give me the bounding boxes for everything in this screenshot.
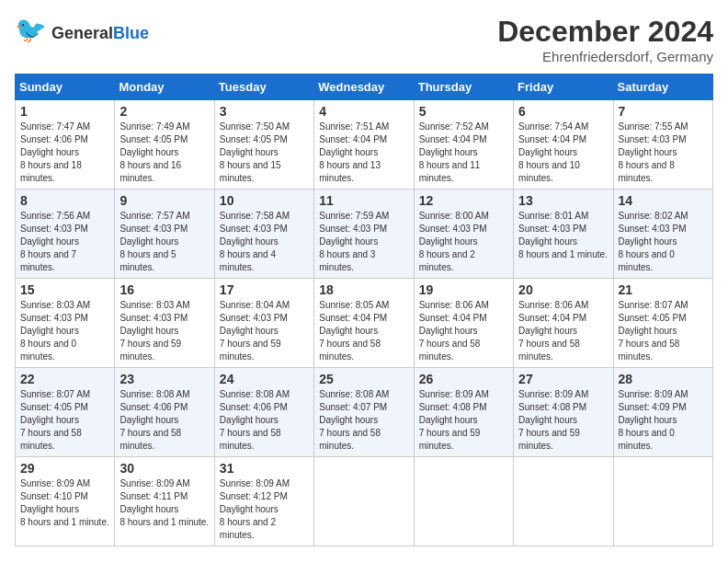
col-header-friday: Friday — [514, 75, 613, 100]
calendar-cell: 16 Sunrise: 8:03 AM Sunset: 4:03 PM Dayl… — [115, 279, 214, 368]
calendar-cell: 10 Sunrise: 7:58 AM Sunset: 4:03 PM Dayl… — [214, 190, 313, 279]
logo: 🐦 General Blue — [15, 15, 149, 52]
day-number: 16 — [119, 282, 209, 297]
logo-general: General — [51, 24, 113, 43]
week-row-3: 15 Sunrise: 8:03 AM Sunset: 4:03 PM Dayl… — [16, 279, 713, 368]
page-header: 🐦 General Blue December 2024 Ehrenfriede… — [15, 15, 713, 64]
day-number: 30 — [119, 461, 209, 476]
calendar-cell: 12 Sunrise: 8:00 AM Sunset: 4:03 PM Dayl… — [414, 190, 513, 279]
day-number: 14 — [619, 193, 708, 208]
day-number: 22 — [20, 372, 109, 386]
week-row-5: 29 Sunrise: 8:09 AM Sunset: 4:10 PM Dayl… — [16, 457, 713, 546]
day-info: Sunrise: 7:54 AM Sunset: 4:04 PM Dayligh… — [518, 121, 608, 185]
calendar-cell: 23 Sunrise: 8:08 AM Sunset: 4:06 PM Dayl… — [115, 368, 214, 457]
day-number: 25 — [319, 372, 408, 386]
day-number: 7 — [619, 104, 708, 119]
calendar-cell: 8 Sunrise: 7:56 AM Sunset: 4:03 PM Dayli… — [16, 190, 115, 279]
logo-blue: Blue — [113, 24, 149, 43]
day-info: Sunrise: 7:56 AM Sunset: 4:03 PM Dayligh… — [20, 210, 109, 274]
day-number: 19 — [419, 282, 508, 297]
calendar-cell: 28 Sunrise: 8:09 AM Sunset: 4:09 PM Dayl… — [613, 368, 712, 457]
day-info: Sunrise: 8:03 AM Sunset: 4:03 PM Dayligh… — [20, 299, 109, 363]
calendar-cell: 25 Sunrise: 8:08 AM Sunset: 4:07 PM Dayl… — [314, 368, 414, 457]
calendar-cell — [414, 457, 513, 546]
calendar-cell: 27 Sunrise: 8:09 AM Sunset: 4:08 PM Dayl… — [514, 368, 613, 457]
calendar-cell: 17 Sunrise: 8:04 AM Sunset: 4:03 PM Dayl… — [214, 279, 313, 368]
day-number: 21 — [619, 282, 708, 297]
day-info: Sunrise: 8:07 AM Sunset: 4:05 PM Dayligh… — [619, 299, 708, 363]
day-info: Sunrise: 8:09 AM Sunset: 4:09 PM Dayligh… — [619, 388, 708, 453]
day-info: Sunrise: 8:09 AM Sunset: 4:10 PM Dayligh… — [20, 477, 109, 529]
day-info: Sunrise: 7:59 AM Sunset: 4:03 PM Dayligh… — [319, 210, 408, 274]
calendar-cell: 26 Sunrise: 8:09 AM Sunset: 4:08 PM Dayl… — [414, 368, 513, 457]
day-number: 3 — [220, 104, 309, 119]
col-header-sunday: Sunday — [16, 75, 115, 100]
day-info: Sunrise: 8:09 AM Sunset: 4:08 PM Dayligh… — [518, 388, 608, 453]
day-headers-row: SundayMondayTuesdayWednesdayThursdayFrid… — [16, 75, 713, 100]
calendar-cell: 1 Sunrise: 7:47 AM Sunset: 4:06 PM Dayli… — [16, 100, 115, 190]
col-header-wednesday: Wednesday — [314, 75, 414, 100]
calendar-cell: 9 Sunrise: 7:57 AM Sunset: 4:03 PM Dayli… — [115, 190, 214, 279]
day-number: 5 — [419, 104, 508, 119]
col-header-monday: Monday — [115, 75, 214, 100]
calendar-cell — [514, 457, 613, 546]
day-number: 29 — [20, 461, 109, 476]
calendar-cell — [314, 457, 414, 546]
day-number: 13 — [518, 193, 608, 208]
calendar-cell: 22 Sunrise: 8:07 AM Sunset: 4:05 PM Dayl… — [16, 368, 115, 457]
day-number: 15 — [20, 282, 109, 297]
day-number: 9 — [119, 193, 209, 208]
calendar-cell: 7 Sunrise: 7:55 AM Sunset: 4:03 PM Dayli… — [613, 100, 712, 190]
calendar-cell: 24 Sunrise: 8:08 AM Sunset: 4:06 PM Dayl… — [214, 368, 313, 457]
day-number: 2 — [119, 104, 209, 119]
calendar-cell: 15 Sunrise: 8:03 AM Sunset: 4:03 PM Dayl… — [16, 279, 115, 368]
week-row-1: 1 Sunrise: 7:47 AM Sunset: 4:06 PM Dayli… — [16, 100, 713, 190]
logo-icon: 🐦 — [15, 15, 48, 52]
day-number: 4 — [319, 104, 408, 119]
day-info: Sunrise: 8:09 AM Sunset: 4:08 PM Dayligh… — [419, 388, 508, 453]
day-number: 8 — [20, 193, 109, 208]
day-info: Sunrise: 7:51 AM Sunset: 4:04 PM Dayligh… — [319, 121, 408, 185]
week-row-2: 8 Sunrise: 7:56 AM Sunset: 4:03 PM Dayli… — [16, 190, 713, 279]
day-info: Sunrise: 7:47 AM Sunset: 4:06 PM Dayligh… — [20, 121, 109, 185]
col-header-thursday: Thursday — [414, 75, 513, 100]
day-number: 10 — [220, 193, 309, 208]
calendar-cell: 5 Sunrise: 7:52 AM Sunset: 4:04 PM Dayli… — [414, 100, 513, 190]
day-number: 24 — [220, 372, 309, 386]
day-info: Sunrise: 8:06 AM Sunset: 4:04 PM Dayligh… — [419, 299, 508, 363]
day-info: Sunrise: 7:58 AM Sunset: 4:03 PM Dayligh… — [220, 210, 309, 274]
day-number: 20 — [518, 282, 608, 297]
day-info: Sunrise: 8:06 AM Sunset: 4:04 PM Dayligh… — [518, 299, 608, 363]
day-info: Sunrise: 8:09 AM Sunset: 4:12 PM Dayligh… — [220, 477, 309, 542]
day-info: Sunrise: 8:01 AM Sunset: 4:03 PM Dayligh… — [518, 210, 608, 261]
day-info: Sunrise: 8:09 AM Sunset: 4:11 PM Dayligh… — [119, 477, 209, 529]
calendar-table: SundayMondayTuesdayWednesdayThursdayFrid… — [15, 74, 713, 546]
day-info: Sunrise: 8:00 AM Sunset: 4:03 PM Dayligh… — [419, 210, 508, 274]
day-info: Sunrise: 8:08 AM Sunset: 4:06 PM Dayligh… — [119, 388, 209, 453]
day-info: Sunrise: 7:57 AM Sunset: 4:03 PM Dayligh… — [119, 210, 209, 274]
day-number: 17 — [220, 282, 309, 297]
calendar-cell: 11 Sunrise: 7:59 AM Sunset: 4:03 PM Dayl… — [314, 190, 414, 279]
day-info: Sunrise: 7:52 AM Sunset: 4:04 PM Dayligh… — [419, 121, 508, 185]
main-title: December 2024 — [497, 15, 713, 49]
calendar-cell: 19 Sunrise: 8:06 AM Sunset: 4:04 PM Dayl… — [414, 279, 513, 368]
day-info: Sunrise: 8:04 AM Sunset: 4:03 PM Dayligh… — [220, 299, 309, 363]
calendar-cell: 31 Sunrise: 8:09 AM Sunset: 4:12 PM Dayl… — [214, 457, 313, 546]
calendar-cell: 14 Sunrise: 8:02 AM Sunset: 4:03 PM Dayl… — [613, 190, 712, 279]
svg-text:🐦: 🐦 — [15, 15, 47, 45]
col-header-saturday: Saturday — [613, 75, 712, 100]
day-info: Sunrise: 8:03 AM Sunset: 4:03 PM Dayligh… — [119, 299, 209, 363]
title-section: December 2024 Ehrenfriedersdorf, Germany — [497, 15, 713, 64]
day-number: 27 — [518, 372, 608, 386]
day-info: Sunrise: 7:55 AM Sunset: 4:03 PM Dayligh… — [619, 121, 708, 185]
day-info: Sunrise: 7:49 AM Sunset: 4:05 PM Dayligh… — [119, 121, 209, 185]
day-number: 6 — [518, 104, 608, 119]
week-row-4: 22 Sunrise: 8:07 AM Sunset: 4:05 PM Dayl… — [16, 368, 713, 457]
col-header-tuesday: Tuesday — [214, 75, 313, 100]
day-number: 26 — [419, 372, 508, 386]
day-number: 28 — [619, 372, 708, 386]
day-info: Sunrise: 8:08 AM Sunset: 4:07 PM Dayligh… — [319, 388, 408, 453]
calendar-cell: 18 Sunrise: 8:05 AM Sunset: 4:04 PM Dayl… — [314, 279, 414, 368]
calendar-cell: 30 Sunrise: 8:09 AM Sunset: 4:11 PM Dayl… — [115, 457, 214, 546]
subtitle: Ehrenfriedersdorf, Germany — [497, 49, 713, 64]
